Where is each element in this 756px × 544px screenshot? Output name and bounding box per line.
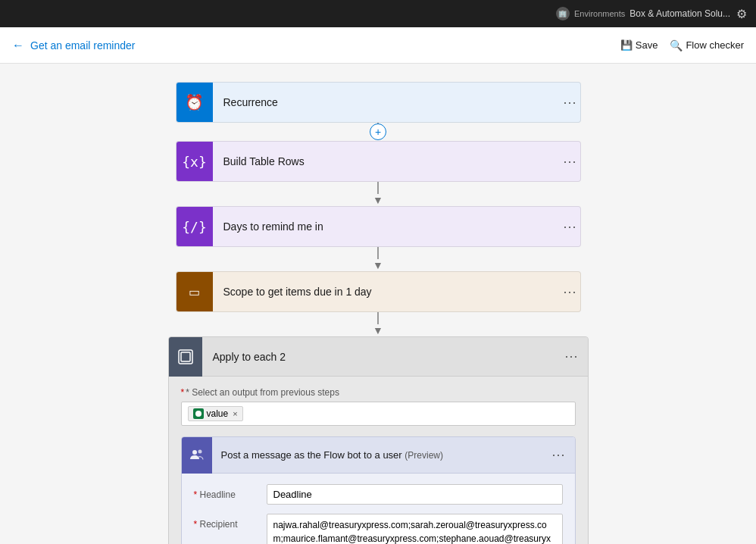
value-tag-icon [193, 408, 204, 419]
headline-row: * Headline [194, 484, 563, 505]
teams-preview-text: (Preview) [405, 450, 443, 461]
scope-more-button[interactable]: ··· [560, 284, 579, 300]
teams-card: Post a message as the Flow bot to a user… [181, 436, 576, 544]
header-right: 💾 Save 🔍 Flow checker [620, 39, 744, 52]
select-required-star: * [181, 387, 185, 398]
recipient-row: * Recipient najwa.rahal@treasuryxpress.c… [194, 514, 563, 544]
arrow-2: ▼ [373, 194, 383, 206]
teams-card-body: * Headline * Recipient najwa.rahal@treas… [182, 474, 575, 544]
teams-card-label: Post a message as the Flow bot to a user… [212, 449, 549, 461]
arrow-4: ▼ [373, 324, 383, 336]
header-left: ← Get an email reminder [12, 39, 136, 52]
apply-each-container: Apply to each 2 ··· * * Select an output… [168, 336, 589, 544]
apply-each-header: Apply to each 2 ··· [169, 337, 588, 377]
svg-point-4 [198, 449, 201, 453]
flow-checker-label: Flow checker [686, 39, 744, 51]
recipient-required-star: * [194, 519, 198, 530]
topbar-env: 🏢 Environments Box & Automation Solu... [556, 7, 730, 20]
value-tag: value × [188, 406, 243, 421]
apply-each-body: * * Select an output from previous steps… [169, 377, 588, 544]
days-remind-more-button[interactable]: ··· [560, 219, 579, 235]
recipient-label-text: Recipient [200, 519, 238, 530]
teams-card-header: Post a message as the Flow bot to a user… [182, 437, 575, 474]
env-label: Environments [574, 9, 625, 18]
teams-icon [182, 437, 212, 474]
arrow-3: ▼ [373, 259, 383, 271]
save-button[interactable]: 💾 Save [620, 39, 658, 51]
topbar: 🏢 Environments Box & Automation Solu... … [0, 0, 756, 27]
add-step-button-1[interactable]: + [370, 123, 386, 140]
conn-line-2 [377, 182, 379, 194]
days-remind-node: {/} Days to remind me in ··· [176, 206, 581, 247]
value-tag-label: value [207, 408, 229, 419]
apply-each-label: Apply to each 2 [202, 351, 562, 363]
apply-each-more-button[interactable]: ··· [561, 349, 581, 364]
conn-line-3 [377, 247, 379, 259]
select-output-label: * * Select an output from previous steps [181, 387, 576, 398]
flow-checker-button[interactable]: 🔍 Flow checker [670, 39, 744, 52]
svg-rect-1 [181, 352, 190, 361]
recurrence-label: Recurrence [213, 96, 561, 108]
build-table-label: Build Table Rows [213, 155, 561, 167]
recurrence-more-button[interactable]: ··· [560, 95, 579, 111]
output-tag-input[interactable]: value × [181, 402, 576, 426]
connector-4: ▼ [373, 312, 383, 336]
apply-each-icon [169, 337, 202, 377]
select-label-text: * Select an output from previous steps [186, 387, 339, 398]
connector-2: ▼ [373, 182, 383, 206]
headline-required-star: * [194, 489, 198, 500]
days-remind-label: Days to remind me in [213, 220, 561, 233]
conn-line-4 [377, 312, 379, 324]
save-label: Save [636, 39, 658, 51]
save-icon: 💾 [620, 39, 633, 51]
flow-checker-icon: 🔍 [670, 39, 683, 52]
env-icon: 🏢 [556, 7, 570, 20]
days-remind-icon: {/} [177, 207, 213, 246]
recurrence-icon: ⏰ [177, 83, 213, 122]
recurrence-node: ⏰ Recurrence ··· [176, 82, 581, 123]
gear-icon[interactable]: ⚙ [736, 7, 747, 21]
build-table-more-button[interactable]: ··· [560, 154, 579, 170]
teams-node-title: Post a message as the Flow bot to a user [221, 449, 402, 461]
scope-label: Scope to get items due in 1 day [213, 286, 561, 298]
headline-field-label: * Headline [194, 484, 255, 500]
connector-1: + ▼ [373, 123, 383, 141]
recipient-field-label: * Recipient [194, 514, 255, 530]
recipient-value[interactable]: najwa.rahal@treasuryxpress.com;sarah.zer… [267, 514, 563, 544]
page-title: Get an email reminder [30, 39, 136, 52]
scope-node: ▭ Scope to get items due in 1 day ··· [176, 271, 581, 312]
back-button[interactable]: ← [12, 39, 24, 52]
build-table-icon: {x} [177, 142, 213, 181]
headerbar: ← Get an email reminder 💾 Save 🔍 Flow ch… [0, 27, 756, 64]
teams-more-button[interactable]: ··· [548, 447, 568, 463]
svg-point-2 [195, 411, 201, 417]
svg-point-3 [192, 450, 197, 455]
build-table-node: {x} Build Table Rows ··· [176, 141, 581, 182]
headline-input[interactable] [267, 484, 563, 505]
headline-label-text: Headline [200, 489, 236, 500]
scope-icon: ▭ [177, 272, 213, 311]
connector-3: ▼ [373, 247, 383, 271]
org-label: Box & Automation Solu... [629, 8, 730, 19]
value-tag-remove[interactable]: × [233, 409, 237, 418]
flow-canvas: ⏰ Recurrence ··· + ▼ {x} Build Table Row… [0, 64, 756, 544]
